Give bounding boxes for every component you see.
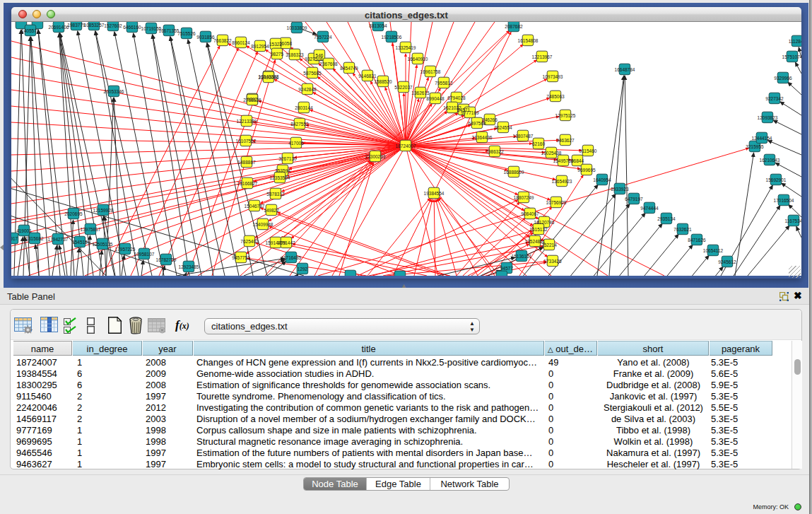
svg-text:417006: 417006 xyxy=(288,141,304,146)
svg-text:10654112: 10654112 xyxy=(703,248,724,253)
svg-text:9227342: 9227342 xyxy=(765,96,784,101)
svg-text:12159928: 12159928 xyxy=(93,208,114,213)
svg-text:7632621: 7632621 xyxy=(673,227,692,232)
svg-text:9084067: 9084067 xyxy=(521,211,539,216)
svg-text:1640954: 1640954 xyxy=(593,177,611,182)
svg-text:1615132: 1615132 xyxy=(529,227,548,232)
svg-text:3267130: 3267130 xyxy=(278,156,297,161)
svg-text:7357224: 7357224 xyxy=(314,35,332,40)
svg-text:2935134: 2935134 xyxy=(657,216,676,221)
svg-text:1405571: 1405571 xyxy=(21,28,40,33)
svg-text:16671355: 16671355 xyxy=(159,28,180,33)
svg-text:15751074: 15751074 xyxy=(782,54,801,59)
svg-text:16154808: 16154808 xyxy=(518,38,539,43)
svg-text:1983779: 1983779 xyxy=(67,23,86,28)
svg-text:7485063: 7485063 xyxy=(546,94,565,99)
svg-text:16640910: 16640910 xyxy=(408,57,428,62)
svg-text:15322: 15322 xyxy=(269,42,282,47)
svg-text:3186323: 3186323 xyxy=(286,52,304,57)
svg-text:1292: 1292 xyxy=(298,267,308,271)
svg-text:15409948: 15409948 xyxy=(253,222,273,227)
svg-text:13654923: 13654923 xyxy=(552,179,572,184)
svg-text:6479197: 6479197 xyxy=(625,197,643,201)
svg-text:1167534: 1167534 xyxy=(785,218,801,223)
svg-text:1588520: 1588520 xyxy=(374,79,392,84)
svg-text:7663822: 7663822 xyxy=(213,38,232,43)
svg-text:12444154: 12444154 xyxy=(752,136,772,141)
svg-text:12213967: 12213967 xyxy=(532,54,553,59)
svg-text:15692901: 15692901 xyxy=(766,177,787,182)
svg-text:2020695: 2020695 xyxy=(64,211,83,216)
svg-text:18724007: 18724007 xyxy=(396,144,416,148)
svg-text:746266: 746266 xyxy=(482,117,498,122)
svg-text:5878312: 5878312 xyxy=(266,192,285,197)
svg-text:10973493: 10973493 xyxy=(543,74,563,79)
svg-text:22420046: 22420046 xyxy=(259,75,279,80)
svg-text:8813054: 8813054 xyxy=(369,23,387,28)
svg-text:10756928: 10756928 xyxy=(546,200,567,205)
svg-text:9242848: 9242848 xyxy=(298,87,317,92)
svg-text:10025438: 10025438 xyxy=(541,151,562,156)
svg-text:94577: 94577 xyxy=(500,266,513,271)
svg-text:9115460: 9115460 xyxy=(579,148,597,153)
svg-text:10033809: 10033809 xyxy=(287,25,307,30)
svg-text:8933923: 8933923 xyxy=(611,187,629,192)
svg-text:17957225: 17957225 xyxy=(115,247,136,252)
svg-text:16120746: 16120746 xyxy=(534,220,555,225)
svg-text:17016504: 17016504 xyxy=(774,198,794,203)
svg-text:1362615: 1362615 xyxy=(411,90,430,95)
svg-text:2087682: 2087682 xyxy=(505,24,523,29)
svg-text:8960124: 8960124 xyxy=(232,40,250,45)
svg-text:1488867: 1488867 xyxy=(237,160,256,165)
svg-text:12353594: 12353594 xyxy=(270,175,290,180)
svg-text:9463627: 9463627 xyxy=(556,138,575,143)
svg-text:9699695: 9699695 xyxy=(577,168,596,173)
svg-text:16210643: 16210643 xyxy=(760,158,780,163)
svg-text:10807487: 10807487 xyxy=(513,134,534,139)
svg-text:8990448: 8990448 xyxy=(426,96,445,101)
svg-text:21364436: 21364436 xyxy=(472,135,493,140)
svg-text:12213389: 12213389 xyxy=(237,119,257,124)
svg-text:252214: 252214 xyxy=(541,243,557,247)
svg-text:9146821: 9146821 xyxy=(358,74,377,78)
svg-text:15046787: 15046787 xyxy=(245,204,265,209)
svg-text:3624554: 3624554 xyxy=(494,125,512,130)
svg-text:16888609: 16888609 xyxy=(504,170,524,175)
svg-text:9474444: 9474444 xyxy=(640,206,659,211)
svg-text:16961758: 16961758 xyxy=(420,69,441,74)
svg-text:7515526: 7515526 xyxy=(177,31,196,36)
svg-text:8471626: 8471626 xyxy=(688,238,706,243)
svg-text:6466160: 6466160 xyxy=(123,25,141,30)
svg-text:13975817: 13975817 xyxy=(81,227,101,232)
svg-text:12923485: 12923485 xyxy=(179,264,199,269)
svg-text:3215955: 3215955 xyxy=(746,144,764,149)
svg-text:19384554: 19384554 xyxy=(424,191,445,196)
svg-text:11716485: 11716485 xyxy=(281,255,302,260)
svg-text:2803144: 2803144 xyxy=(295,105,313,110)
svg-text:9329966: 9329966 xyxy=(774,76,792,81)
svg-text:19218506: 19218506 xyxy=(382,35,402,40)
svg-text:2367608: 2367608 xyxy=(319,62,338,66)
svg-text:7955812: 7955812 xyxy=(435,81,453,86)
svg-text:62160: 62160 xyxy=(532,141,545,146)
svg-text:9031856: 9031856 xyxy=(196,35,215,40)
svg-text:9777169: 9777169 xyxy=(461,110,479,115)
svg-text:1112843: 1112843 xyxy=(789,39,801,44)
svg-text:9245612: 9245612 xyxy=(718,259,736,264)
svg-text:98275: 98275 xyxy=(271,52,283,57)
svg-text:17942737: 17942737 xyxy=(48,237,69,242)
svg-text:15166827: 15166827 xyxy=(237,181,258,186)
svg-text:96844: 96844 xyxy=(571,158,584,163)
svg-text:3917: 3917 xyxy=(11,236,18,241)
svg-text:149822: 149822 xyxy=(264,208,279,213)
svg-text:419001: 419001 xyxy=(16,228,32,233)
svg-text:5875685: 5875685 xyxy=(303,71,322,76)
svg-text:1527602: 1527602 xyxy=(104,23,122,28)
svg-text:12505135: 12505135 xyxy=(93,242,113,247)
svg-text:12975125: 12975125 xyxy=(555,113,576,118)
svg-text:1591447: 1591447 xyxy=(277,240,295,245)
svg-text:13325419: 13325419 xyxy=(396,45,416,50)
svg-text:6794028: 6794028 xyxy=(447,95,466,100)
svg-text:12093823: 12093823 xyxy=(758,115,778,120)
svg-text:154518: 154518 xyxy=(72,240,88,245)
